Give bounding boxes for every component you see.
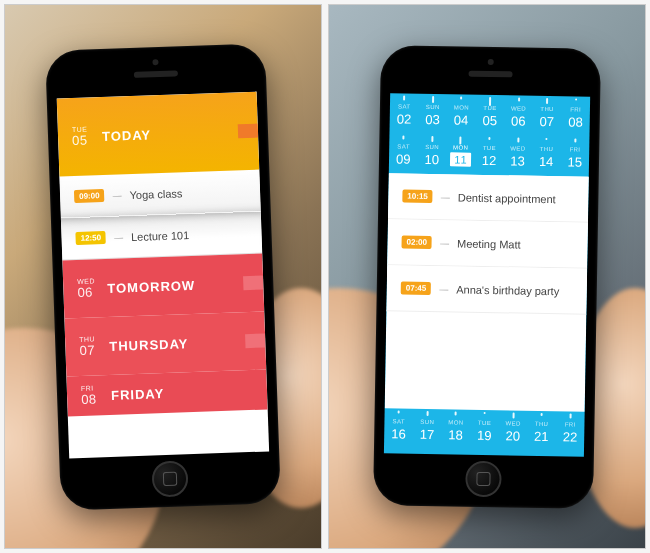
event-row[interactable]: 02:00 — Meeting Matt (387, 219, 588, 268)
calendar-day-cell[interactable]: MON04 (447, 94, 476, 134)
calendar-screen[interactable]: SAT02SUN03MON04TUE05WED06THU07FRI08 SAT0… (384, 93, 590, 456)
event-time: 07:45 (401, 281, 432, 295)
day-of-week: THU (527, 420, 556, 426)
day-of-week: MON (447, 104, 476, 110)
calendar-day-cell[interactable]: THU14 (532, 135, 561, 175)
day-number: 04 (454, 112, 469, 127)
day-number: 14 (539, 153, 554, 168)
calendar-day-cell[interactable]: SAT09 (389, 133, 418, 173)
activity-tick-icon (403, 95, 405, 100)
calendar-day-cell[interactable]: WED13 (503, 135, 532, 175)
calendar-day-cell[interactable]: FRI22 (555, 411, 584, 456)
day-number: 06 (511, 113, 526, 128)
day-number: 09 (396, 151, 411, 166)
day-of-week: MON (442, 419, 471, 425)
calendar-day-cell[interactable]: TUE12 (475, 134, 504, 174)
calendar-day-cell[interactable]: SUN03 (418, 93, 447, 133)
day-of-week: SAT (384, 418, 413, 424)
activity-tick-icon (460, 136, 462, 144)
home-button[interactable] (151, 460, 188, 497)
events-panel: 10:15 — Dentist appointment 02:00 — Meet… (385, 173, 589, 411)
today-num: 05 (72, 132, 103, 148)
calendar-day-cell[interactable]: THU21 (527, 410, 556, 455)
day-of-week: SUN (418, 143, 447, 149)
day-of-week: SAT (389, 143, 418, 149)
calendar-day-cell[interactable]: FRI08 (561, 96, 590, 136)
dash-icon: — (441, 191, 450, 201)
day-number: 08 (568, 114, 583, 129)
event-row[interactable]: 12:50 — Lecture 101 (61, 211, 262, 260)
activity-tick-icon (426, 410, 428, 415)
calendar-day-cell[interactable]: FRI15 (560, 136, 589, 176)
thursday-label: THURSDAY (109, 335, 189, 353)
calendar-day-cell[interactable]: MON18 (441, 409, 470, 454)
day-of-week: THU (533, 105, 562, 111)
day-header-thursday[interactable]: THU 07 THURSDAY (64, 311, 266, 376)
friday-label: FRIDAY (111, 385, 165, 402)
event-time: 09:00 (74, 188, 105, 202)
event-row[interactable]: 09:00 — Yoga class (59, 169, 260, 218)
activity-tick-icon (432, 96, 434, 103)
day-number: 10 (425, 151, 440, 166)
day-number: 07 (540, 113, 555, 128)
agenda-screen[interactable]: TUE 05 TODAY 09:00 — Yoga class 12:50 — … (57, 91, 269, 458)
activity-tick-icon (488, 137, 490, 140)
activity-tick-icon (431, 136, 433, 142)
friday-num: 08 (81, 390, 112, 406)
event-title: Meeting Matt (457, 236, 521, 249)
day-of-week: FRI (561, 106, 590, 112)
thursday-dow: THU (79, 335, 95, 343)
activity-tick-icon (574, 138, 576, 142)
activity-tick-icon (398, 410, 400, 413)
today-dow: TUE (72, 125, 88, 133)
day-of-week: SAT (390, 103, 419, 109)
calendar-week-row[interactable]: SAT16SUN17MON18TUE19WED20THU21FRI22 (384, 408, 585, 456)
calendar-day-cell[interactable]: TUE05 (475, 94, 504, 134)
calendar-day-cell[interactable]: SAT16 (384, 408, 413, 453)
activity-tick-icon (546, 138, 548, 140)
today-badge-icon (238, 123, 258, 138)
event-title: Yoga class (129, 186, 182, 200)
tomorrow-dow: WED (77, 277, 95, 285)
event-title: Dentist appointment (458, 190, 556, 204)
day-number: 22 (563, 429, 578, 444)
calendar-day-cell[interactable]: WED06 (504, 95, 533, 135)
activity-tick-icon (541, 412, 543, 415)
home-button[interactable] (465, 460, 502, 497)
screenshot-left: TUE 05 TODAY 09:00 — Yoga class 12:50 — … (4, 4, 322, 549)
phone-frame: TUE 05 TODAY 09:00 — Yoga class 12:50 — … (45, 43, 281, 510)
calendar-day-cell[interactable]: SAT02 (389, 93, 418, 133)
day-of-week: FRI (561, 146, 590, 152)
event-time: 10:15 (402, 189, 433, 203)
activity-tick-icon (517, 137, 519, 142)
calendar-day-cell[interactable]: MON11 (446, 134, 475, 174)
day-of-week: THU (532, 145, 561, 151)
day-header-tomorrow[interactable]: WED 06 TOMORROW (62, 253, 264, 318)
calendar-day-cell[interactable]: SUN17 (412, 408, 441, 453)
day-of-week: WED (504, 105, 533, 111)
day-number: 21 (534, 428, 549, 443)
calendar-day-cell[interactable]: SUN10 (417, 133, 446, 173)
event-row[interactable]: 07:45 — Anna's birthday party (386, 265, 587, 314)
calendar-day-cell[interactable]: WED20 (498, 410, 527, 455)
today-label: TODAY (102, 126, 152, 143)
calendar-week-row[interactable]: SAT02SUN03MON04TUE05WED06THU07FRI08 (389, 93, 590, 136)
day-header-today[interactable]: TUE 05 TODAY (57, 91, 260, 176)
event-row[interactable]: 10:15 — Dentist appointment (388, 173, 589, 222)
day-of-week: WED (499, 420, 528, 426)
activity-tick-icon (461, 96, 463, 99)
calendar-day-cell[interactable]: TUE19 (470, 409, 499, 454)
day-number: 15 (567, 154, 582, 169)
day-number: 03 (425, 111, 440, 126)
day-number: 11 (450, 152, 470, 166)
day-header-friday[interactable]: FRI 08 FRIDAY (66, 369, 267, 416)
day-number: 19 (477, 427, 492, 442)
activity-tick-icon (403, 135, 405, 139)
event-title: Anna's birthday party (456, 282, 559, 296)
day-of-week: TUE (475, 144, 504, 150)
activity-tick-icon (484, 411, 486, 413)
calendar-day-cell[interactable]: THU07 (532, 95, 561, 135)
calendar-week-row[interactable]: SAT09SUN10MON11TUE12WED13THU14FRI15 (389, 133, 590, 176)
dash-icon: — (112, 189, 121, 199)
day-number: 20 (505, 428, 520, 443)
